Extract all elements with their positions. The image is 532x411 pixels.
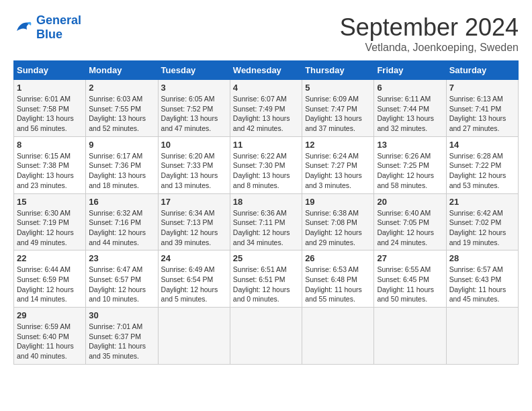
day-info: Sunrise: 6:09 AMSunset: 7:47 PMDaylight:…: [305, 94, 371, 134]
empty-cell-4-3: [230, 308, 302, 365]
calendar-week-3: 15 Sunrise: 6:30 AMSunset: 7:19 PMDaylig…: [14, 193, 519, 250]
day-number: 5: [305, 83, 371, 93]
empty-cell-4-2: [158, 308, 230, 365]
page-title: September 2024: [340, 13, 519, 42]
page-header: General Blue September 2024 Vetlanda, Jo…: [13, 13, 519, 54]
day-number: 30: [89, 310, 154, 320]
calendar-day-25: 25 Sunrise: 6:51 AMSunset: 6:51 PMDaylig…: [230, 250, 302, 308]
calendar-day-17: 17 Sunrise: 6:34 AMSunset: 7:13 PMDaylig…: [158, 193, 230, 250]
day-number: 12: [305, 140, 371, 150]
calendar-day-8: 8 Sunrise: 6:15 AMSunset: 7:38 PMDayligh…: [14, 136, 86, 193]
calendar-day-3: 3 Sunrise: 6:05 AMSunset: 7:52 PMDayligh…: [158, 80, 230, 137]
header-friday: Friday: [374, 61, 446, 80]
day-number: 17: [161, 197, 227, 207]
day-number: 25: [233, 253, 299, 263]
day-number: 24: [161, 253, 227, 263]
calendar-day-28: 28 Sunrise: 6:57 AMSunset: 6:43 PMDaylig…: [446, 250, 518, 308]
day-number: 6: [377, 83, 443, 93]
day-number: 15: [17, 197, 83, 207]
day-number: 21: [449, 197, 515, 207]
day-info: Sunrise: 7:01 AMSunset: 6:37 PMDaylight:…: [89, 322, 154, 361]
day-info: Sunrise: 6:47 AMSunset: 6:57 PMDaylight:…: [89, 265, 154, 304]
day-number: 14: [449, 140, 515, 150]
calendar-day-5: 5 Sunrise: 6:09 AMSunset: 7:47 PMDayligh…: [302, 80, 374, 137]
calendar-day-15: 15 Sunrise: 6:30 AMSunset: 7:19 PMDaylig…: [14, 193, 86, 250]
day-number: 28: [449, 253, 515, 263]
day-info: Sunrise: 6:38 AMSunset: 7:08 PMDaylight:…: [305, 208, 371, 248]
day-number: 11: [233, 140, 299, 150]
day-number: 9: [89, 140, 154, 150]
day-number: 27: [377, 253, 443, 263]
calendar-day-18: 18 Sunrise: 6:36 AMSunset: 7:11 PMDaylig…: [230, 193, 302, 250]
calendar-day-23: 23 Sunrise: 6:47 AMSunset: 6:57 PMDaylig…: [86, 250, 158, 308]
logo: General Blue: [13, 13, 81, 42]
calendar-day-14: 14 Sunrise: 6:28 AMSunset: 7:22 PMDaylig…: [446, 136, 518, 193]
day-info: Sunrise: 6:57 AMSunset: 6:43 PMDaylight:…: [449, 265, 515, 304]
day-number: 20: [377, 197, 443, 207]
day-info: Sunrise: 6:49 AMSunset: 6:54 PMDaylight:…: [161, 265, 227, 304]
empty-cell-4-5: [374, 308, 446, 365]
calendar-day-20: 20 Sunrise: 6:40 AMSunset: 7:05 PMDaylig…: [374, 193, 446, 250]
day-info: Sunrise: 6:26 AMSunset: 7:25 PMDaylight:…: [377, 151, 443, 191]
day-number: 29: [17, 310, 83, 320]
day-info: Sunrise: 6:17 AMSunset: 7:36 PMDaylight:…: [89, 151, 154, 191]
day-info: Sunrise: 6:03 AMSunset: 7:55 PMDaylight:…: [89, 94, 154, 134]
calendar-week-4: 22 Sunrise: 6:44 AMSunset: 6:59 PMDaylig…: [14, 250, 519, 308]
day-number: 13: [377, 140, 443, 150]
day-info: Sunrise: 6:28 AMSunset: 7:22 PMDaylight:…: [449, 151, 515, 191]
day-number: 16: [89, 197, 154, 207]
day-number: 2: [89, 83, 154, 93]
day-number: 19: [305, 197, 371, 207]
calendar-day-26: 26 Sunrise: 6:53 AMSunset: 6:48 PMDaylig…: [302, 250, 374, 308]
calendar-day-29: 29 Sunrise: 6:59 AMSunset: 6:40 PMDaylig…: [14, 308, 86, 365]
calendar-day-11: 11 Sunrise: 6:22 AMSunset: 7:30 PMDaylig…: [230, 136, 302, 193]
header-sunday: Sunday: [14, 61, 86, 80]
calendar-day-19: 19 Sunrise: 6:38 AMSunset: 7:08 PMDaylig…: [302, 193, 374, 250]
calendar-table: Sunday Monday Tuesday Wednesday Thursday…: [13, 60, 519, 365]
header-wednesday: Wednesday: [230, 61, 302, 80]
calendar-day-13: 13 Sunrise: 6:26 AMSunset: 7:25 PMDaylig…: [374, 136, 446, 193]
day-number: 7: [449, 83, 515, 93]
day-info: Sunrise: 6:15 AMSunset: 7:38 PMDaylight:…: [17, 151, 83, 191]
day-info: Sunrise: 6:20 AMSunset: 7:33 PMDaylight:…: [161, 151, 227, 191]
day-number: 4: [233, 83, 299, 93]
day-info: Sunrise: 6:24 AMSunset: 7:27 PMDaylight:…: [305, 151, 371, 191]
day-number: 8: [17, 140, 83, 150]
header-saturday: Saturday: [446, 61, 518, 80]
calendar-day-16: 16 Sunrise: 6:32 AMSunset: 7:16 PMDaylig…: [86, 193, 158, 250]
day-info: Sunrise: 6:13 AMSunset: 7:41 PMDaylight:…: [449, 94, 515, 134]
day-number: 18: [233, 197, 299, 207]
day-number: 3: [161, 83, 227, 93]
calendar-header-row: Sunday Monday Tuesday Wednesday Thursday…: [14, 61, 519, 80]
day-info: Sunrise: 6:07 AMSunset: 7:49 PMDaylight:…: [233, 94, 299, 134]
calendar-day-21: 21 Sunrise: 6:42 AMSunset: 7:02 PMDaylig…: [446, 193, 518, 250]
empty-cell-4-4: [302, 308, 374, 365]
day-info: Sunrise: 6:36 AMSunset: 7:11 PMDaylight:…: [233, 208, 299, 248]
day-info: Sunrise: 6:11 AMSunset: 7:44 PMDaylight:…: [377, 94, 443, 134]
calendar-day-4: 4 Sunrise: 6:07 AMSunset: 7:49 PMDayligh…: [230, 80, 302, 137]
day-info: Sunrise: 6:44 AMSunset: 6:59 PMDaylight:…: [17, 265, 83, 304]
calendar-week-5: 29 Sunrise: 6:59 AMSunset: 6:40 PMDaylig…: [14, 308, 519, 365]
calendar-day-7: 7 Sunrise: 6:13 AMSunset: 7:41 PMDayligh…: [446, 80, 518, 137]
logo-icon: [13, 17, 34, 38]
day-number: 26: [305, 253, 371, 263]
day-info: Sunrise: 6:51 AMSunset: 6:51 PMDaylight:…: [233, 265, 299, 304]
calendar-week-2: 8 Sunrise: 6:15 AMSunset: 7:38 PMDayligh…: [14, 136, 519, 193]
day-info: Sunrise: 6:01 AMSunset: 7:58 PMDaylight:…: [17, 94, 83, 134]
page-subtitle: Vetlanda, Joenkoeping, Sweden: [340, 42, 519, 54]
day-number: 1: [17, 83, 83, 93]
day-info: Sunrise: 6:34 AMSunset: 7:13 PMDaylight:…: [161, 208, 227, 248]
day-info: Sunrise: 6:55 AMSunset: 6:45 PMDaylight:…: [377, 265, 443, 304]
calendar-day-12: 12 Sunrise: 6:24 AMSunset: 7:27 PMDaylig…: [302, 136, 374, 193]
calendar-day-10: 10 Sunrise: 6:20 AMSunset: 7:33 PMDaylig…: [158, 136, 230, 193]
calendar-day-27: 27 Sunrise: 6:55 AMSunset: 6:45 PMDaylig…: [374, 250, 446, 308]
calendar-day-2: 2 Sunrise: 6:03 AMSunset: 7:55 PMDayligh…: [86, 80, 158, 137]
day-info: Sunrise: 6:42 AMSunset: 7:02 PMDaylight:…: [449, 208, 515, 248]
calendar-day-30: 30 Sunrise: 7:01 AMSunset: 6:37 PMDaylig…: [86, 308, 158, 365]
calendar-day-9: 9 Sunrise: 6:17 AMSunset: 7:36 PMDayligh…: [86, 136, 158, 193]
day-info: Sunrise: 6:05 AMSunset: 7:52 PMDaylight:…: [161, 94, 227, 134]
calendar-day-24: 24 Sunrise: 6:49 AMSunset: 6:54 PMDaylig…: [158, 250, 230, 308]
day-number: 22: [17, 253, 83, 263]
day-info: Sunrise: 6:30 AMSunset: 7:19 PMDaylight:…: [17, 208, 83, 248]
logo-text: General Blue: [36, 13, 81, 42]
